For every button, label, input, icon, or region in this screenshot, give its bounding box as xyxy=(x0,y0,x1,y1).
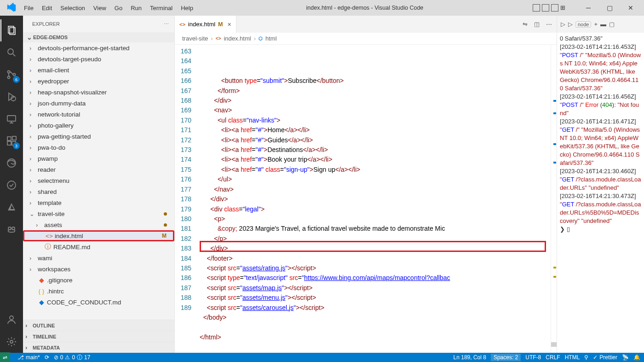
menu-go[interactable]: Go xyxy=(111,3,126,13)
encoding[interactable]: UTF-8 xyxy=(525,354,541,361)
menu-view[interactable]: View xyxy=(90,3,110,13)
highlighted-line-box xyxy=(200,241,546,252)
panel-outline[interactable]: ›OUTLINE xyxy=(23,320,174,331)
menu-terminal[interactable]: Terminal xyxy=(146,3,176,13)
indentation[interactable]: Spaces: 2 xyxy=(491,354,521,361)
overview-ruler[interactable] xyxy=(551,45,557,353)
menu-file[interactable]: File xyxy=(20,3,37,13)
prettier-status[interactable]: ✓ Prettier xyxy=(593,354,617,361)
file-shared[interactable]: ›shared xyxy=(23,186,174,197)
file-eyedropper[interactable]: ›eyedropper xyxy=(23,76,174,87)
search-icon[interactable] xyxy=(0,41,23,64)
line-numbers: 1631641651661671681691701711721731741751… xyxy=(175,45,200,353)
debug-target[interactable]: node xyxy=(575,21,591,28)
folder-header[interactable]: ⌄EDGE-DEMOS xyxy=(23,32,174,42)
file-json-dummy-data[interactable]: ›json-dummy-data xyxy=(23,98,174,109)
explorer-sidebar: EXPLORER⋯ ⌄EDGE-DEMOS ›devtools-performa… xyxy=(23,16,175,353)
source-control-icon[interactable]: 6 xyxy=(0,64,23,86)
menu-edit[interactable]: Edit xyxy=(38,3,56,13)
code-editor[interactable]: <button type="submit">Subscribe</button>… xyxy=(200,45,551,353)
menu-help[interactable]: Help xyxy=(177,3,197,13)
panel-timeline[interactable]: ›TIMELINE xyxy=(23,331,174,342)
file-network-tutorial[interactable]: ›network-tutorial xyxy=(23,109,174,120)
svg-point-15 xyxy=(12,227,15,230)
file-index.html[interactable]: <>index.htmlM xyxy=(23,230,174,241)
svg-rect-8 xyxy=(7,137,11,140)
extensions-icon[interactable]: 3 xyxy=(0,130,23,152)
file-.gitignore[interactable]: ◆.gitignore xyxy=(23,274,174,286)
svg-point-2 xyxy=(8,49,13,54)
close-button[interactable]: ✕ xyxy=(620,1,641,15)
run-debug-icon[interactable] xyxy=(0,86,23,108)
testing-icon[interactable] xyxy=(0,174,23,196)
panel-metadata[interactable]: ›METADATA xyxy=(23,342,174,353)
menu-run[interactable]: Run xyxy=(127,3,145,13)
more-icon[interactable]: ⋯ xyxy=(164,21,169,27)
eol[interactable]: CRLF xyxy=(546,354,560,361)
add-icon[interactable]: + xyxy=(594,21,598,28)
file-devtools-target-pseudo[interactable]: ›devtools-target-pseudo xyxy=(23,53,174,64)
vscode-logo-icon xyxy=(6,3,17,13)
terminal-output[interactable]: 0 Safari/537.36" [2023-02-16T14:21:16.45… xyxy=(557,33,644,353)
svg-point-16 xyxy=(10,316,13,320)
minimize-button[interactable]: ─ xyxy=(578,1,599,15)
trash-icon[interactable]: ▬ xyxy=(600,21,606,28)
notifications-icon[interactable]: 🔔 xyxy=(633,354,640,361)
file-pwa-to-do[interactable]: ›pwa-to-do xyxy=(23,142,174,153)
feedback-icon[interactable]: 📡 xyxy=(622,354,629,361)
maximize-button[interactable]: ▢ xyxy=(599,1,620,15)
file-workspaces[interactable]: ›workspaces xyxy=(23,263,174,274)
terminal-panel: ▷ ▷ node + ▬ ▢ 0 Safari/537.36" [2023-02… xyxy=(557,16,644,353)
tab-label: index.html xyxy=(188,21,215,28)
problems[interactable]: ⊘ 0 ⚠ 0 ⓘ 17 xyxy=(54,354,91,362)
file-reader[interactable]: ›reader xyxy=(23,164,174,175)
tab-index-html[interactable]: <> index.html M × xyxy=(175,16,236,33)
sync-icon[interactable]: ⟳ xyxy=(45,354,49,361)
file-CODE_OF_CONDUCT.md[interactable]: ◆CODE_OF_CONDUCT.md xyxy=(23,297,174,308)
file-assets[interactable]: ›assets xyxy=(23,219,174,230)
remote-indicator[interactable]: ⇌ xyxy=(0,352,10,362)
file-template[interactable]: ›template xyxy=(23,197,174,208)
split-editor-icon[interactable]: ◫ xyxy=(534,21,540,28)
title-bar: FileEditSelectionViewGoRunTerminalHelp i… xyxy=(0,0,644,16)
breadcrumb[interactable]: travel-site› <>index.html› ⬡html xyxy=(175,33,557,45)
close-panel-icon[interactable]: ▢ xyxy=(609,21,615,28)
file-README.md[interactable]: ⓘREADME.md xyxy=(23,241,174,252)
menu-selection[interactable]: Selection xyxy=(57,3,88,13)
window-title: index.html - edge-demos - Visual Studio … xyxy=(197,5,533,11)
layout-controls[interactable]: ⊞ xyxy=(533,4,568,12)
customize-layout-icon: ⊞ xyxy=(560,4,568,12)
file-pwamp[interactable]: ›pwamp xyxy=(23,153,174,164)
file-pwa-getting-started[interactable]: ›pwa-getting-started xyxy=(23,131,174,142)
accounts-icon[interactable] xyxy=(0,309,23,331)
language-mode[interactable]: HTML xyxy=(565,354,580,361)
file-photo-gallery[interactable]: ›photo-gallery xyxy=(23,120,174,131)
panel-right-icon xyxy=(551,4,558,12)
file-email-client[interactable]: ›email-client xyxy=(23,64,174,76)
run-icon[interactable]: ▷ xyxy=(561,21,565,28)
close-tab-icon[interactable]: × xyxy=(228,21,231,28)
svg-rect-9 xyxy=(7,141,11,145)
cursor-position[interactable]: Ln 189, Col 8 xyxy=(454,354,486,361)
remote-explorer-icon[interactable] xyxy=(0,108,23,130)
svg-rect-7 xyxy=(7,116,16,121)
file-wami[interactable]: ›wami xyxy=(23,252,174,263)
svg-point-13 xyxy=(7,181,16,189)
compare-icon[interactable]: ⇋ xyxy=(523,21,528,28)
file-devtools-performance-get-started[interactable]: ›devtools-performance-get-started xyxy=(23,42,174,53)
explorer-icon[interactable] xyxy=(0,19,23,41)
panel-bottom-icon xyxy=(542,4,549,12)
azure-icon[interactable] xyxy=(0,196,23,218)
file-heap-snapshot-visualizer[interactable]: ›heap-snapshot-visualizer xyxy=(23,87,174,98)
file-selectmenu[interactable]: ›selectmenu xyxy=(23,175,174,186)
copilot-icon[interactable] xyxy=(0,218,23,240)
git-branch[interactable]: ⎇ main* xyxy=(17,354,40,361)
edge-icon[interactable] xyxy=(0,152,23,174)
more-actions-icon[interactable]: ⋯ xyxy=(546,21,552,28)
live-preview-icon[interactable]: ⚲ xyxy=(584,354,588,361)
settings-icon[interactable] xyxy=(0,331,23,353)
file-.hintrc[interactable]: { }.hintrc xyxy=(23,286,174,297)
html-file-icon: <> xyxy=(179,22,185,27)
run-target-icon[interactable]: ▷ xyxy=(568,21,573,28)
file-travel-site[interactable]: ⌄travel-site xyxy=(23,208,174,219)
